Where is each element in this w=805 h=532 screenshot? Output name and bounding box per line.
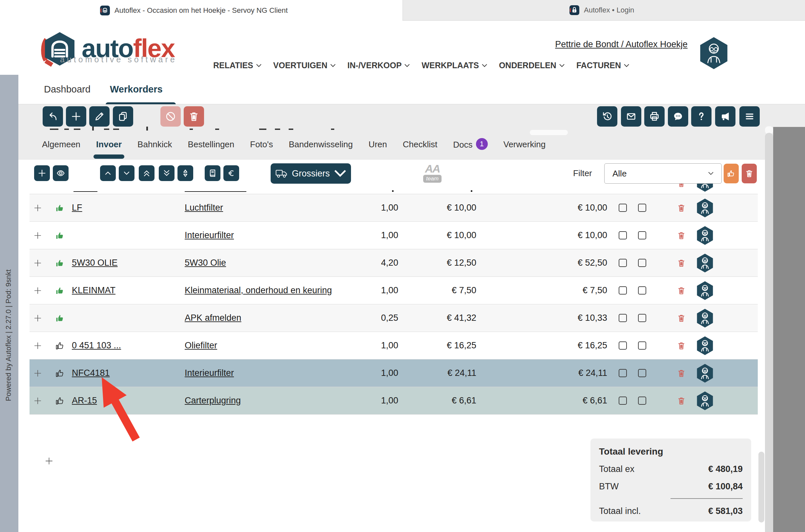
- approve-thumb-icon[interactable]: [55, 222, 65, 249]
- grossiers-dropdown[interactable]: Grossiers: [271, 163, 351, 184]
- expand-line-icon[interactable]: [34, 249, 42, 277]
- delete-line-icon[interactable]: [677, 194, 686, 222]
- back-button[interactable]: [43, 106, 63, 127]
- user-avatar[interactable]: [699, 36, 729, 71]
- line-checkbox-1[interactable]: [619, 204, 627, 212]
- line-checkbox-2[interactable]: [638, 341, 646, 350]
- block-button[interactable]: [160, 106, 181, 127]
- email-button[interactable]: [621, 106, 641, 127]
- part-code-link[interactable]: 5W30 OLIE: [72, 258, 118, 268]
- part-description-link[interactable]: Interieurfilter: [185, 368, 234, 378]
- subtab-checklist[interactable]: Checklist: [403, 139, 437, 154]
- approve-thumb-icon[interactable]: [55, 387, 65, 414]
- line-checkbox-1[interactable]: [619, 286, 627, 294]
- filter-select[interactable]: Alle: [604, 163, 722, 184]
- table-scrollbar-thumb[interactable]: [759, 452, 764, 522]
- line-checkbox-1[interactable]: [619, 397, 627, 405]
- nav-item-facturen[interactable]: FACTUREN: [576, 61, 629, 70]
- copy-button[interactable]: [113, 106, 133, 127]
- subtab-invoer[interactable]: Invoer: [96, 139, 122, 154]
- approve-thumb-icon[interactable]: [55, 194, 65, 222]
- approve-thumb-icon[interactable]: [55, 249, 65, 277]
- expand-line-icon[interactable]: [34, 222, 42, 249]
- help-button[interactable]: [691, 106, 711, 127]
- expand-line-icon[interactable]: [34, 277, 42, 304]
- add-line-button[interactable]: [34, 165, 50, 181]
- part-code-link[interactable]: LF: [72, 203, 82, 213]
- approve-all-button[interactable]: [724, 164, 739, 183]
- line-checkbox-2[interactable]: [638, 314, 646, 322]
- subtab-uren[interactable]: Uren: [368, 139, 387, 154]
- nav-item-onderdelen[interactable]: ONDERDELEN: [499, 61, 564, 70]
- add-button[interactable]: [66, 106, 86, 127]
- delete-line-icon[interactable]: [677, 184, 686, 190]
- expand-line-icon[interactable]: [34, 194, 42, 222]
- part-description-link[interactable]: Carterplugring: [185, 396, 241, 406]
- table-row[interactable]: 5W30 OLIE 5W30 Olie 4,20 € 12,50 € 52,50: [30, 249, 758, 277]
- move-bottom-button[interactable]: [159, 165, 174, 181]
- mechanic-avatar[interactable]: [696, 184, 714, 193]
- delete-line-icon[interactable]: [677, 360, 686, 387]
- table-row[interactable]: KLEINMAT Kleinmateriaal, onderhoud en ke…: [30, 277, 758, 304]
- line-checkbox-1[interactable]: [619, 231, 627, 240]
- line-checkbox-1[interactable]: [619, 314, 627, 322]
- tab-dashboard[interactable]: Dashboard: [44, 84, 91, 95]
- subtab-docs[interactable]: Docs1: [453, 139, 487, 154]
- line-checkbox-2[interactable]: [638, 259, 646, 267]
- mechanic-avatar[interactable]: [696, 387, 714, 414]
- expand-line-icon[interactable]: [34, 332, 42, 359]
- approve-thumb-icon[interactable]: [55, 304, 65, 331]
- delete-line-icon[interactable]: [677, 249, 686, 277]
- price-button[interactable]: [224, 165, 239, 181]
- table-row[interactable]: Interieurfilter 1,00 € 10,00 € 10,00: [30, 222, 758, 249]
- line-checkbox-2[interactable]: [638, 397, 646, 405]
- part-description-link[interactable]: Luchtfilter: [185, 203, 223, 213]
- visibility-button[interactable]: [53, 165, 69, 181]
- nav-item-werkplaats[interactable]: WERKPLAATS: [422, 61, 487, 70]
- mechanic-avatar[interactable]: [696, 222, 714, 249]
- delete-button[interactable]: [184, 106, 204, 127]
- line-checkbox-2[interactable]: [638, 369, 646, 377]
- user-account-link[interactable]: Pettrie de Bondt / Autoflex Hoekje: [555, 39, 688, 50]
- edit-button[interactable]: [89, 106, 110, 127]
- move-down-button[interactable]: [119, 165, 134, 181]
- horizontal-scrollbar-thumb[interactable]: [530, 130, 568, 135]
- line-checkbox-2[interactable]: [638, 204, 646, 212]
- subtab-algemeen[interactable]: Algemeen: [42, 139, 80, 154]
- expand-line-icon[interactable]: [34, 304, 42, 331]
- browser-tab-active[interactable]: Autoflex - Occasion om het Hoekje - Serv…: [0, 0, 402, 21]
- line-checkbox-2[interactable]: [638, 231, 646, 240]
- catalog-button[interactable]: [205, 165, 221, 181]
- line-checkbox-2[interactable]: [638, 286, 646, 294]
- subtab-fotos[interactable]: Foto's: [250, 139, 273, 154]
- delete-line-icon[interactable]: [677, 387, 686, 414]
- mechanic-avatar[interactable]: [696, 194, 714, 222]
- nav-item-voertuigen[interactable]: VOERTUIGEN: [273, 61, 336, 70]
- delete-line-icon[interactable]: [677, 277, 686, 304]
- subtab-bandenwisseling[interactable]: Bandenwisseling: [289, 139, 353, 154]
- add-line-plus[interactable]: [45, 457, 54, 467]
- approve-thumb-icon[interactable]: [55, 332, 65, 359]
- approve-thumb-icon[interactable]: [55, 360, 65, 387]
- mechanic-avatar[interactable]: [696, 360, 714, 387]
- browser-tab-inactive[interactable]: Autoflex • Login: [402, 0, 805, 21]
- table-row[interactable]: APK afmelden 0,25 € 41,32 € 10,33: [30, 304, 758, 332]
- tab-werkorders[interactable]: Werkorders: [110, 84, 163, 95]
- page-scrollbar-track[interactable]: [765, 133, 773, 532]
- delete-line-icon[interactable]: [677, 332, 686, 359]
- part-code-link[interactable]: 0 451 103 ...: [72, 340, 121, 350]
- history-button[interactable]: [597, 106, 617, 127]
- part-description-link[interactable]: Kleinmateriaal, onderhoud en keuring: [185, 285, 332, 296]
- line-checkbox-1[interactable]: [619, 259, 627, 267]
- expand-line-icon[interactable]: [34, 360, 42, 387]
- table-row[interactable]: 0 451 103 ... Oliefilter 1,00 € 16,25 € …: [30, 332, 758, 360]
- announcements-button[interactable]: [715, 106, 735, 127]
- part-description-link[interactable]: Interieurfilter: [185, 230, 234, 241]
- delete-line-icon[interactable]: [677, 304, 686, 331]
- mechanic-avatar[interactable]: [696, 304, 714, 331]
- nav-item-relaties[interactable]: RELATIES: [213, 61, 262, 70]
- subtab-bahnkick[interactable]: Bahnkick: [137, 139, 172, 154]
- part-description-link[interactable]: Oliefilter: [185, 340, 217, 350]
- delete-lines-button[interactable]: [742, 164, 757, 183]
- part-description-link[interactable]: APK afmelden: [185, 313, 242, 323]
